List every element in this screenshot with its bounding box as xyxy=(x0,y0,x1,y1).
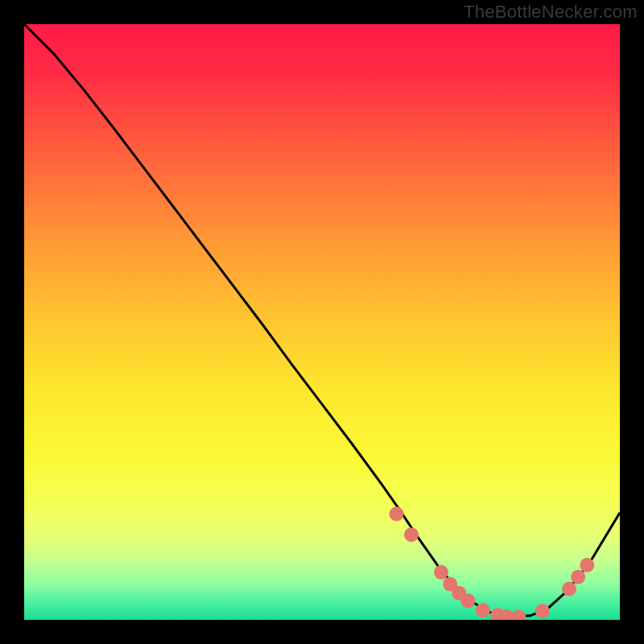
chart-plot-area xyxy=(24,24,620,620)
highlight-dot xyxy=(460,593,475,608)
highlight-dot xyxy=(434,565,448,580)
highlight-dot xyxy=(476,603,490,617)
highlight-dot xyxy=(571,570,585,584)
highlight-dot xyxy=(580,558,594,572)
highlight-dots xyxy=(24,24,620,620)
highlight-dot xyxy=(390,506,404,521)
highlight-dot xyxy=(511,609,526,620)
watermark-text: TheBottleNecker.com xyxy=(464,2,638,23)
highlight-dot xyxy=(404,527,419,542)
highlight-dot xyxy=(562,582,576,597)
highlight-dot xyxy=(535,604,550,618)
